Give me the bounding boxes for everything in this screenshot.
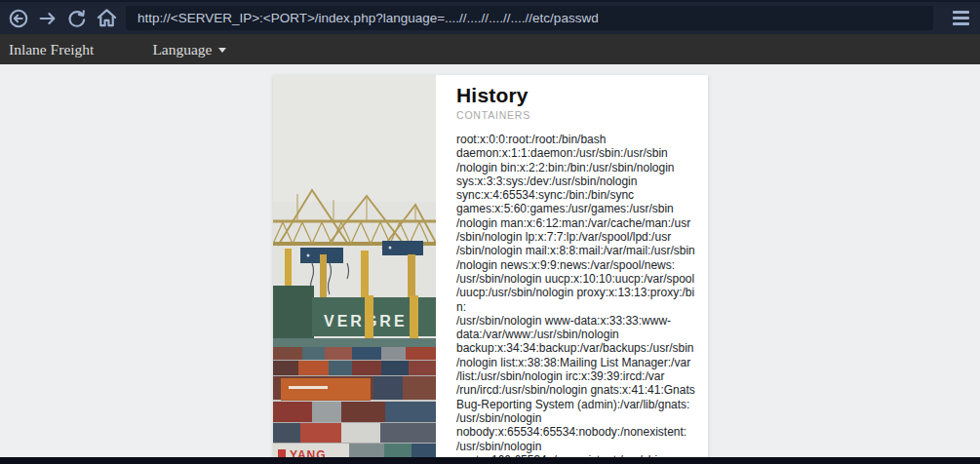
page-title: History <box>456 83 698 107</box>
port-containers-photo: VERGRE <box>273 75 436 464</box>
back-button[interactable] <box>4 4 33 33</box>
chevron-down-icon <box>218 48 226 53</box>
home-icon <box>96 7 118 29</box>
browser-toolbar <box>0 0 980 34</box>
site-navbar: Inlane Freight Language <box>0 34 980 64</box>
reload-button[interactable] <box>62 4 92 33</box>
menu-button[interactable] <box>949 7 973 29</box>
language-dropdown[interactable]: Language <box>152 41 225 58</box>
url-input[interactable] <box>126 6 933 30</box>
passwd-file-output: root:x:0:0:root:/root:/bin/bash daemon:x… <box>456 133 698 464</box>
forward-icon <box>37 8 59 29</box>
home-button[interactable] <box>92 4 121 33</box>
forward-button[interactable] <box>33 4 62 33</box>
reload-icon <box>66 8 88 29</box>
history-card: VERGRE <box>273 75 708 464</box>
language-dropdown-label: Language <box>152 41 212 58</box>
page-subtitle: CONTAINERS <box>456 109 698 122</box>
bottom-strip <box>0 457 980 464</box>
back-icon <box>8 8 29 29</box>
brand-link[interactable]: Inlane Freight <box>9 41 94 58</box>
hamburger-icon <box>953 11 969 14</box>
history-content: History CONTAINERS root:x:0:0:root:/root… <box>436 75 708 464</box>
